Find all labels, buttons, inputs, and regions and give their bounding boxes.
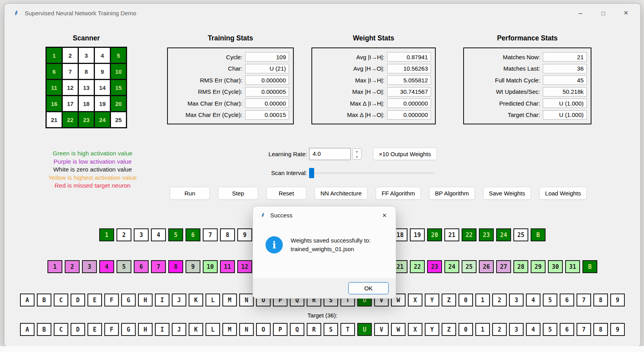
input-cell-7: 7 (203, 228, 218, 241)
input-cell-3: 3 (134, 228, 149, 241)
close-button[interactable]: ✕ (615, 4, 637, 22)
stat-label: Max |I→H|: (355, 77, 384, 84)
target-cell-y: Y (425, 323, 439, 336)
ff-algorithm-button[interactable]: FF Algorithm (376, 187, 421, 200)
stat-row: Char:U (21) (172, 64, 289, 74)
spin-up-icon[interactable]: ▲ (353, 149, 361, 154)
target-cell-g: G (121, 323, 136, 336)
hidden-cell-26: 26 (479, 260, 494, 273)
scanner-cell-6: 6 (47, 64, 62, 79)
stat-row: Wt Updates/Sec:50.218k (468, 87, 587, 97)
hidden-cell-8: 8 (168, 260, 183, 273)
scanner-cell-5: 5 (111, 48, 126, 63)
step-button[interactable]: Step (218, 187, 258, 200)
training-stats-panel: Cycle:109Char:U (21)RMS Err (Char):0.000… (167, 47, 294, 124)
legend-line: White is zero activation value (38, 166, 147, 174)
ok-button[interactable]: OK (348, 282, 389, 294)
target-cell-h: H (138, 323, 153, 336)
hidden-cell-3: 3 (82, 260, 97, 273)
scanner-cell-18: 18 (79, 96, 94, 111)
output-cell-d: D (71, 294, 85, 306)
desktop-strip (0, 346, 644, 352)
titlebar: Supervised Neural Network Training Demo … (4, 4, 640, 22)
input-cell-22: 22 (462, 228, 477, 241)
stat-label: RMS Err (Cycle): (198, 88, 242, 95)
weight-stats-title: Weight Stats (311, 34, 436, 42)
output-cell-k: K (189, 294, 203, 306)
info-icon: i (266, 236, 283, 254)
stat-row: Max Δ |H→O|:0.000000 (316, 110, 431, 120)
scan-interval-slider[interactable] (309, 168, 435, 178)
legend-line: Purple is low activation value (38, 158, 147, 166)
hidden-cell-25: 25 (462, 260, 477, 273)
input-cell-2: 2 (116, 228, 131, 241)
minimize-button[interactable]: – (569, 4, 592, 22)
stat-label: Full Match Cycle: (495, 77, 540, 84)
output-cell-e: E (87, 294, 102, 306)
nn-architecture-button[interactable]: NN Architecture (315, 187, 367, 200)
target-cell-1: 1 (475, 323, 490, 336)
activation-legend: Green is high activation valuePurple is … (38, 150, 147, 190)
bp-algorithm-button[interactable]: BP Algorithm (429, 187, 475, 200)
stat-label: Char: (228, 65, 242, 72)
spin-down-icon[interactable]: ▼ (353, 154, 361, 160)
output-cell-6: 6 (560, 294, 574, 306)
load-weights-button[interactable]: Load Weights (539, 187, 587, 200)
stat-row: RMS Err (Char):0.000000 (172, 75, 289, 85)
dialog-close-icon[interactable]: ✕ (377, 210, 392, 221)
target-cell-2: 2 (492, 323, 507, 336)
run-button[interactable]: Run (170, 187, 210, 200)
save-weights-button[interactable]: Save Weights (483, 187, 531, 200)
output-cell-j: J (172, 294, 186, 306)
hidden-cell-31: 31 (565, 260, 580, 273)
hidden-cell-b: B (582, 260, 597, 273)
stat-value: 50.218k (543, 87, 587, 97)
scanner-cell-17: 17 (63, 96, 78, 111)
maximize-button[interactable]: □ (592, 4, 615, 22)
stat-value: U (1.000) (543, 98, 587, 108)
hidden-cell-9: 9 (186, 260, 200, 273)
target-cell-t: T (340, 323, 355, 336)
input-cell-5: 5 (168, 228, 183, 241)
action-button-row: RunStepResetNN ArchitectureFF AlgorithmB… (170, 187, 587, 200)
output-cell-3: 3 (509, 294, 524, 306)
hidden-cell-1: 1 (47, 260, 62, 273)
legend-line: Yellow is highest activation value (38, 174, 147, 182)
hidden-cell-10: 10 (203, 260, 218, 273)
output-cell-i: I (155, 294, 169, 306)
target-cell-m: M (222, 323, 237, 336)
hidden-cell-12: 12 (237, 260, 252, 273)
output-cell-c: C (54, 294, 68, 306)
dialog-titlebar: Success (253, 206, 396, 224)
target-cell-e: E (87, 323, 102, 336)
stat-row: Avg |H→O|:10.56263 (316, 64, 431, 74)
scanner-cell-8: 8 (79, 64, 94, 79)
reset-button[interactable]: Reset (266, 187, 306, 200)
hidden-cell-4: 4 (99, 260, 114, 273)
learning-rate-input[interactable]: 4.0 (309, 148, 351, 160)
input-cell-8: 8 (220, 228, 235, 241)
target-cell-5: 5 (543, 323, 557, 336)
target-cell-o: O (256, 323, 271, 336)
window-controls: – □ ✕ (569, 4, 637, 22)
stat-value: 0.000000 (245, 75, 289, 85)
target-label: Target (36): (4, 312, 640, 319)
target-cell-z: Z (442, 323, 456, 336)
input-cell-4: 4 (151, 228, 166, 241)
stat-value: 10.56263 (387, 64, 431, 73)
scanner-cell-12: 12 (63, 80, 78, 95)
stat-row: Max |H→O|:30.741567 (316, 87, 431, 97)
stat-label: Max Char Err (Cycle): (186, 111, 242, 118)
target-cell-3: 3 (509, 323, 524, 336)
target-cell-u: U (357, 323, 372, 336)
hidden-cell-28: 28 (513, 260, 528, 273)
stat-value: 0.000005 (245, 87, 289, 97)
stat-row: Max Char Err (Cycle):0.00015 (172, 110, 289, 120)
slider-handle[interactable] (309, 168, 314, 178)
scanner-cell-20: 20 (111, 96, 126, 111)
stat-value: U (1.000) (543, 110, 587, 120)
output-cell-0: 0 (458, 294, 473, 306)
stat-row: Max Δ |I→H|:0.000000 (316, 98, 431, 108)
x10-output-weights-button[interactable]: ×10 Output Weights (373, 148, 437, 160)
target-cell-c: C (54, 323, 68, 336)
